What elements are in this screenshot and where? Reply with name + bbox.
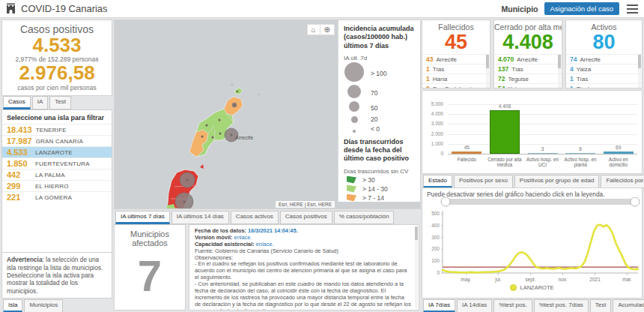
map-card[interactable]: Arrecife ⌂ ⊕ Esri, HERE | Esri, HERE Inc… xyxy=(114,20,421,209)
stat-value: 4.408 xyxy=(494,32,562,54)
bar-category-label: Activo hosp. en planta xyxy=(562,157,600,167)
legend-circle-wrap xyxy=(344,122,365,136)
legend-size-label: 70 xyxy=(371,89,377,97)
x-axis-tick: mar. xyxy=(622,277,632,282)
slider-handle-left xyxy=(441,197,450,206)
stat-row-label: San Bartolomé xyxy=(433,86,473,88)
scroll-thumb xyxy=(486,55,489,68)
tab-test[interactable]: Test xyxy=(590,299,612,312)
stat-row-value: 137 xyxy=(498,65,508,73)
tab-acumulado[interactable]: Acumulado xyxy=(613,299,644,312)
tab-ia-7d-as[interactable]: IA 7días xyxy=(423,299,455,312)
estado-tabstrip: EstadoPositivos por sexoPositivos por gr… xyxy=(423,175,644,188)
size-circle-icon xyxy=(349,101,359,112)
stat-row-arrecife: 74Arrecife xyxy=(566,54,642,64)
stat-row-label: Arrecife xyxy=(517,56,538,63)
island-value: 4.533 xyxy=(7,148,31,157)
legend-series-name: LANZAROTE xyxy=(520,284,553,291)
stat-row-label: Teguise xyxy=(508,76,529,82)
estado-chart-card: 01.0002.0003.0004.0005.00045Fallecido4.4… xyxy=(422,90,643,174)
tab-ia-14d-as[interactable]: IA 14días xyxy=(457,299,492,312)
bar-activo-hosp-en-planta[interactable] xyxy=(565,153,595,154)
basemap-icon[interactable]: ⊕ xyxy=(320,25,334,34)
island-value: 1.850 xyxy=(7,159,31,168)
y-axis-tick: 5.000 xyxy=(424,101,443,106)
legend-size-row: > 100 xyxy=(344,63,415,84)
positives-card: Casos positivos 4.533 2,977% de 152.289 … xyxy=(1,20,112,96)
tab-test-pos[interactable]: %test pos. xyxy=(493,299,532,312)
stat-list: 4.070Arrecife137Tías72Teguise54Yaiza xyxy=(494,54,562,88)
island-row-la-gomera[interactable]: 221LA GOMERA xyxy=(2,191,112,202)
bar-category-label: Activo hosp. en UCI xyxy=(523,157,562,167)
legend-days-label: > 30 xyxy=(362,176,375,184)
scroll-thumb xyxy=(638,55,641,68)
island-row-tenerife[interactable]: 18.413TENERIFE xyxy=(2,124,112,135)
bar-category-label: Fallecido xyxy=(448,157,486,162)
tab-municipios[interactable]: Municipios xyxy=(24,299,63,312)
tab-ia-ltimos-7-d-as[interactable]: IA últimos 7 días xyxy=(115,211,170,224)
gridline xyxy=(448,124,637,124)
tab-positivos-por-grupo-de-edad[interactable]: Positivos por grupo de edad xyxy=(514,175,600,188)
days-swatch-icon xyxy=(347,185,356,193)
tab-ia[interactable]: IA xyxy=(32,96,49,110)
tab-casos[interactable]: Casos xyxy=(3,96,31,110)
tab-casos-activos[interactable]: Casos activos xyxy=(231,211,279,224)
menu-icon[interactable] xyxy=(627,4,638,14)
bar-value-label: 4.408 xyxy=(486,104,524,109)
notes-link[interactable]: enlace. xyxy=(256,241,274,248)
island-list-header: Seleccione una isla para filtrar xyxy=(2,110,112,124)
stat-card-activos: Activos8074Arrecife4Yaiza1Tías1Tinajo xyxy=(565,20,643,88)
tab-positivos-por-sexo[interactable]: Positivos por sexo xyxy=(454,175,513,188)
municipio-label: Municipio xyxy=(502,4,538,14)
island-label: EL HIERRO xyxy=(35,183,69,190)
legend-size-classes: > 100705020< 0 xyxy=(344,63,415,133)
island-row-la-palma[interactable]: 442LA PALMA xyxy=(2,169,112,180)
island-row-gran-canaria[interactable]: 17.987GRAN CANARIA xyxy=(2,135,112,146)
tab-casos-positivos[interactable]: Casos positivos xyxy=(280,211,332,224)
island-row-lanzarote[interactable]: 4.533LANZAROTE xyxy=(2,146,112,158)
tab-casos-poblaci-n[interactable]: % casos/población xyxy=(334,211,395,224)
municipios-title: Municipios afectados xyxy=(115,230,185,248)
stat-row-t-as: 1Tías xyxy=(422,64,490,74)
bar-cerrado-por-alta-m-dica[interactable] xyxy=(490,110,520,154)
stat-row-label: Tías xyxy=(577,76,589,82)
stat-row-value: 74 xyxy=(570,56,577,63)
notes-scrollbar[interactable] xyxy=(415,226,418,308)
positives-tabstrip: CasosIATest xyxy=(3,96,71,110)
app-title: COVID-19 Canarias xyxy=(21,3,108,14)
island-row-fuerteventura[interactable]: 1.850FUERTEVENTURA xyxy=(2,158,112,169)
stat-row-tinajo: 1Tinajo xyxy=(566,83,642,88)
home-icon[interactable]: ⌂ xyxy=(308,25,320,34)
bar-fallecido[interactable] xyxy=(452,152,482,154)
fecha-value: 16/3/2021 14:04:45. xyxy=(248,227,298,234)
tab-estado[interactable]: Estado xyxy=(423,175,452,188)
legend-circle-wrap xyxy=(344,85,365,101)
stat-list: 74Arrecife4Yaiza1Tías1Tinajo xyxy=(566,54,642,88)
bar-activo-hosp-en-uci[interactable] xyxy=(528,153,558,154)
tab-test-pos-7d-as[interactable]: %test pos. 7días xyxy=(534,299,589,312)
stat-scrollbar[interactable] xyxy=(558,55,561,88)
assign-case-button[interactable]: Asignación del caso xyxy=(544,2,620,15)
time-slider-track[interactable] xyxy=(443,199,638,205)
island-value: 17.987 xyxy=(7,136,32,146)
trend-chart-card: Puede desactivar series del gráfico haci… xyxy=(422,188,643,298)
tab-ia-ltimos-14-d-as[interactable]: IA últimos 14 días xyxy=(171,211,229,224)
stat-row-t-as: 1Tías xyxy=(566,74,642,83)
tab-fallecidos-por-edad-y-sexo[interactable]: Fallecidos por edad y sexo xyxy=(601,175,644,188)
stat-scrollbar[interactable] xyxy=(486,55,489,88)
positives-total: 4.533 xyxy=(2,35,112,56)
island-row-el-hierro[interactable]: 299EL HIERRO xyxy=(2,180,112,191)
island-tabstrip: IslaMunicipios xyxy=(3,299,63,312)
stat-row-value: 4 xyxy=(570,65,574,73)
tab-isla[interactable]: Isla xyxy=(3,299,22,312)
slider-handle-right xyxy=(631,197,640,206)
notes-link[interactable]: enlace. xyxy=(234,234,252,241)
stat-scrollbar[interactable] xyxy=(638,55,641,88)
bar-activo-en-domicilio[interactable] xyxy=(604,152,634,154)
bar-value-label: 45 xyxy=(448,145,486,150)
trend-legend[interactable]: LANZAROTE xyxy=(422,284,642,291)
island-value: 442 xyxy=(7,170,31,179)
tab-test[interactable]: Test xyxy=(49,96,71,110)
stat-row-value: 1 xyxy=(570,85,574,88)
y-axis-tick: 2.000 xyxy=(424,131,443,136)
